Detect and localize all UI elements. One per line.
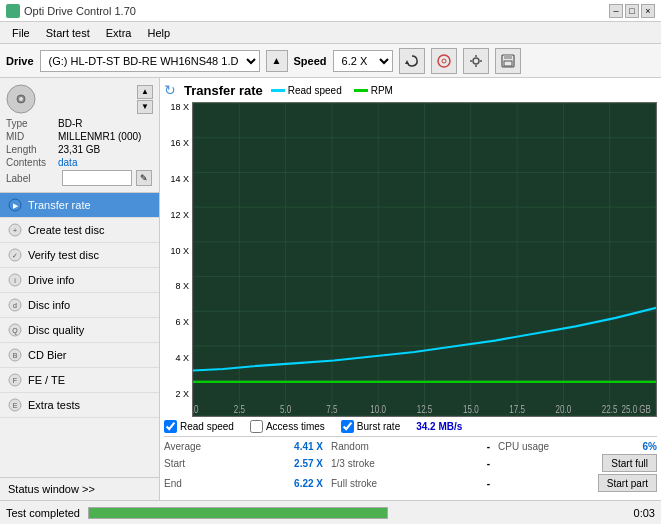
refresh-icon [405, 54, 419, 68]
svg-text:22.5: 22.5 [602, 403, 618, 416]
checkbox-read-speed[interactable]: Read speed [164, 420, 234, 433]
close-button[interactable]: × [641, 4, 655, 18]
sidebar-item-extra-tests-label: Extra tests [28, 399, 80, 411]
app-icon [6, 4, 20, 18]
titlebar-controls[interactable]: – □ × [609, 4, 655, 18]
refresh-button[interactable] [399, 48, 425, 74]
sidebar-item-extra-tests[interactable]: E Extra tests [0, 393, 159, 418]
titlebar-left: Opti Drive Control 1.70 [6, 4, 136, 18]
sidebar-item-fe-te[interactable]: F FE / TE [0, 368, 159, 393]
svg-text:B: B [13, 352, 18, 359]
save-button[interactable] [495, 48, 521, 74]
sidebar-item-create-test-disc-label: Create test disc [28, 224, 104, 236]
disc-type-value: BD-R [58, 118, 82, 129]
progress-fill [89, 508, 387, 518]
disc-mid-row: MID MILLENMR1 (000) [6, 131, 153, 142]
stat-stroke13-label: 1/3 stroke [331, 458, 375, 469]
stat-start-label: Start [164, 458, 185, 469]
svg-text:d: d [13, 302, 17, 309]
stats-grid: Average 4.41 X Random - CPU usage 6% Sta… [164, 436, 657, 496]
sidebar-item-transfer-rate[interactable]: ▶ Transfer rate [0, 193, 159, 218]
disc-contents-value[interactable]: data [58, 157, 77, 168]
chart-legend: Read speed RPM [271, 85, 393, 96]
svg-marker-0 [405, 60, 409, 64]
menubar: File Start test Extra Help [0, 22, 661, 44]
minimize-button[interactable]: – [609, 4, 623, 18]
svg-rect-10 [504, 61, 512, 66]
stat-start-value: 2.57 X [294, 458, 323, 469]
checkbox-read-speed-input[interactable] [164, 420, 177, 433]
sidebar-item-verify-test-disc-label: Verify test disc [28, 249, 99, 261]
save-icon [501, 54, 515, 68]
titlebar: Opti Drive Control 1.70 – □ × [0, 0, 661, 22]
sidebar-item-disc-quality-label: Disc quality [28, 324, 84, 336]
chart-icon: ↻ [164, 82, 176, 98]
disc-label-input[interactable] [62, 170, 132, 186]
stat-random-label: Random [331, 441, 369, 452]
menu-help[interactable]: Help [139, 25, 178, 41]
speed-select[interactable]: 6.2 X [333, 50, 393, 72]
start-full-button[interactable]: Start full [602, 454, 657, 472]
sidebar-item-drive-info-label: Drive info [28, 274, 74, 286]
eject-button[interactable]: ▲ [266, 50, 288, 72]
y-label-10x: 10 X [164, 246, 189, 256]
disc-mid-value: MILLENMR1 (000) [58, 131, 141, 142]
stat-average-value: 4.41 X [294, 441, 323, 452]
disc-image [6, 84, 36, 114]
settings-button[interactable] [463, 48, 489, 74]
checkbox-burst-rate-input[interactable] [341, 420, 354, 433]
disc-contents-label: Contents [6, 157, 58, 168]
status-window-button[interactable]: Status window >> [0, 477, 159, 500]
disc-read-button[interactable] [431, 48, 457, 74]
menu-start-test[interactable]: Start test [38, 25, 98, 41]
sidebar-item-disc-quality[interactable]: Q Disc quality [0, 318, 159, 343]
sidebar-item-cd-bier-label: CD Bier [28, 349, 67, 361]
svg-text:+: + [13, 227, 17, 234]
y-axis-labels: 18 X 16 X 14 X 12 X 10 X 8 X 6 X 4 X 2 X [164, 102, 192, 417]
stat-full-stroke: Full stroke - [331, 474, 490, 492]
checkbox-burst-rate[interactable]: Burst rate [341, 420, 400, 433]
sidebar-item-drive-info[interactable]: i Drive info [0, 268, 159, 293]
sidebar-item-create-test-disc[interactable]: + Create test disc [0, 218, 159, 243]
chart-with-labels: 18 X 16 X 14 X 12 X 10 X 8 X 6 X 4 X 2 X [164, 102, 657, 417]
chart-area: ↻ Transfer rate Read speed RPM 18 X 16 X… [160, 78, 661, 500]
statusbar: Test completed 0:03 [0, 500, 661, 524]
progress-bar [88, 507, 388, 519]
sidebar-nav: ▶ Transfer rate + Create test disc [0, 193, 159, 418]
sidebar-item-disc-info[interactable]: d Disc info [0, 293, 159, 318]
y-label-2x: 2 X [164, 389, 189, 399]
start-part-button[interactable]: Start part [598, 474, 657, 492]
disc-label-label: Label [6, 173, 58, 184]
stat-stroke13-value: - [487, 458, 490, 469]
maximize-button[interactable]: □ [625, 4, 639, 18]
legend-rpm-label: RPM [371, 85, 393, 96]
chart-bottom: Read speed Access times Burst rate 34.2 … [164, 417, 657, 436]
disc-label-edit-button[interactable]: ✎ [136, 170, 152, 186]
disc-next-button[interactable]: ▼ [137, 100, 153, 114]
disc-arrows[interactable]: ▲ ▼ [137, 85, 153, 114]
checkbox-read-speed-label: Read speed [180, 421, 234, 432]
disc-prev-button[interactable]: ▲ [137, 85, 153, 99]
sidebar-item-fe-te-label: FE / TE [28, 374, 65, 386]
fe-te-icon: F [8, 373, 22, 387]
disc-label-row: Label ✎ [6, 170, 153, 186]
checkbox-access-times-input[interactable] [250, 420, 263, 433]
menu-extra[interactable]: Extra [98, 25, 140, 41]
drive-select[interactable]: (G:) HL-DT-ST BD-RE WH16NS48 1.D3 [40, 50, 260, 72]
y-label-16x: 16 X [164, 138, 189, 148]
checkbox-access-times[interactable]: Access times [250, 420, 325, 433]
sidebar-item-cd-bier[interactable]: B CD Bier [0, 343, 159, 368]
menu-file[interactable]: File [4, 25, 38, 41]
stat-stroke13: 1/3 stroke - [331, 454, 490, 472]
svg-text:10.0: 10.0 [370, 403, 386, 416]
svg-text:25.0 GB: 25.0 GB [621, 403, 651, 416]
svg-text:F: F [13, 377, 17, 384]
disc-type-label: Type [6, 118, 58, 129]
sidebar-item-verify-test-disc[interactable]: ✓ Verify test disc [0, 243, 159, 268]
stat-end-value: 6.22 X [294, 478, 323, 489]
checkbox-burst-rate-label: Burst rate [357, 421, 400, 432]
sidebar-item-transfer-rate-label: Transfer rate [28, 199, 91, 211]
chart-header: ↻ Transfer rate Read speed RPM [164, 82, 657, 98]
stat-start: Start 2.57 X [164, 454, 323, 472]
svg-point-13 [19, 97, 23, 101]
